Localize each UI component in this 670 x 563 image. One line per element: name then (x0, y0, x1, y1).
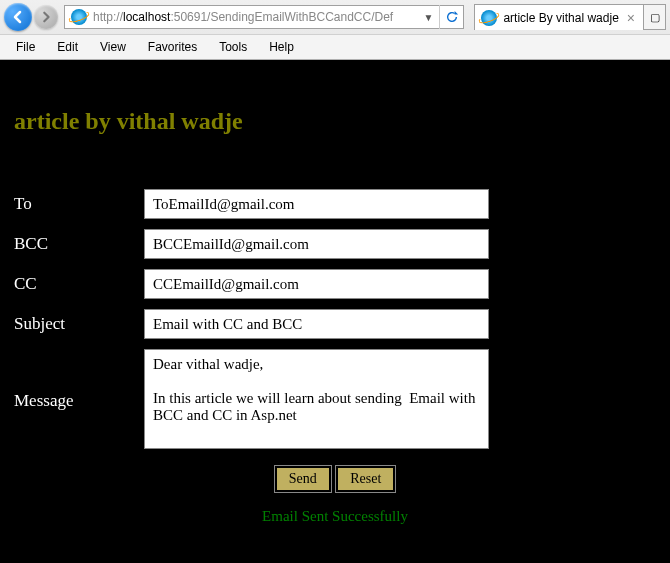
menu-help[interactable]: Help (259, 37, 304, 57)
address-bar[interactable]: http://localhost:50691/SendingEmailWithB… (64, 5, 464, 29)
button-row: Send Reset (14, 466, 656, 492)
url-text: http://localhost:50691/SendingEmailWithB… (93, 10, 418, 24)
menu-bar: File Edit View Favorites Tools Help (0, 34, 670, 59)
cc-label: CC (14, 269, 144, 299)
page-title: article by vithal wadje (14, 108, 656, 135)
bcc-field[interactable] (144, 229, 489, 259)
back-button[interactable] (4, 3, 32, 31)
ie-logo-icon (69, 7, 89, 27)
tab-favicon-icon (481, 10, 497, 26)
menu-file[interactable]: File (6, 37, 45, 57)
forward-button[interactable] (34, 5, 58, 29)
browser-nav-bar: http://localhost:50691/SendingEmailWithB… (0, 0, 670, 34)
reset-button[interactable]: Reset (336, 466, 395, 492)
cc-field[interactable] (144, 269, 489, 299)
menu-edit[interactable]: Edit (47, 37, 88, 57)
to-field[interactable] (144, 189, 489, 219)
tab-title: article By vithal wadje (503, 11, 618, 25)
subject-field[interactable] (144, 309, 489, 339)
message-field[interactable] (144, 349, 489, 449)
tab-close-icon[interactable]: × (625, 10, 637, 26)
send-button[interactable]: Send (275, 466, 331, 492)
bcc-label: BCC (14, 229, 144, 259)
url-dropdown-icon[interactable]: ▼ (418, 12, 440, 23)
refresh-button[interactable] (439, 5, 463, 29)
to-label: To (14, 189, 144, 219)
subject-label: Subject (14, 309, 144, 339)
new-tab-button[interactable]: ▢ (644, 4, 666, 30)
browser-tab[interactable]: article By vithal wadje × (474, 4, 644, 30)
page-content: article by vithal wadje To BCC CC Subjec… (0, 60, 670, 563)
email-form: To BCC CC Subject Message (14, 179, 489, 462)
status-message: Email Sent Successfully (14, 508, 656, 525)
menu-tools[interactable]: Tools (209, 37, 257, 57)
menu-view[interactable]: View (90, 37, 136, 57)
message-label: Message (14, 349, 144, 452)
menu-favorites[interactable]: Favorites (138, 37, 207, 57)
